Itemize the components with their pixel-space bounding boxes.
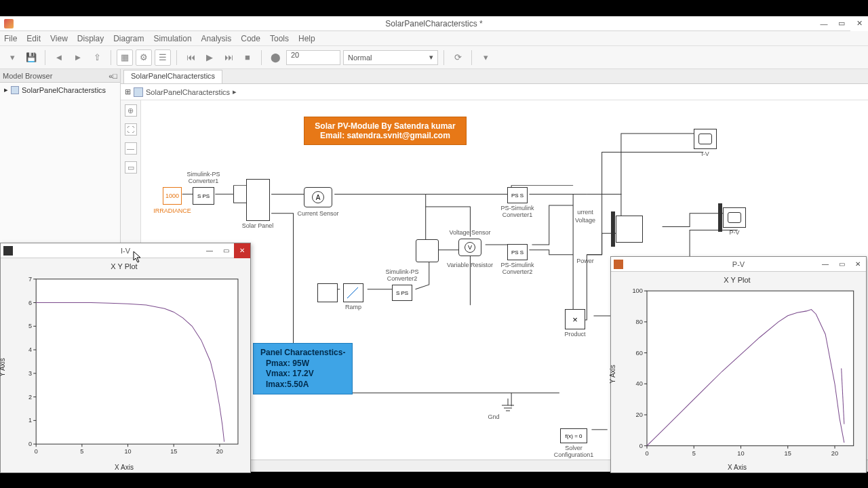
svg-text:40: 40	[636, 380, 643, 387]
voltage-sensor-block[interactable]: V	[458, 239, 481, 256]
svg-text:20: 20	[216, 448, 223, 455]
matlab-icon	[614, 260, 623, 269]
mux-block-1[interactable]	[611, 211, 615, 247]
svg-text:15: 15	[170, 448, 177, 455]
svg-text:20: 20	[831, 450, 838, 457]
menu-code[interactable]: Code	[241, 34, 260, 43]
svg-text:7: 7	[28, 276, 32, 283]
fast-restart-button[interactable]: ⟳	[450, 49, 466, 66]
svg-rect-9	[36, 279, 238, 444]
menu-help[interactable]: Help	[298, 34, 315, 43]
nav-back-button[interactable]: ◄	[51, 49, 67, 66]
save-button[interactable]: 💾	[23, 49, 39, 66]
model-config-button[interactable]: ⚙	[136, 49, 152, 66]
titlebar[interactable]: SolarPanelCharacterstics * — ▭ ✕	[0, 16, 868, 31]
iv-plot-svg: 0510152001234567	[13, 272, 245, 462]
svg-text:5: 5	[28, 323, 32, 329]
menu-diagram[interactable]: Diagram	[113, 34, 144, 43]
library-browser-button[interactable]: ▦	[117, 49, 133, 66]
panel-characteristics-annotation: Panel Charactenstics- Pmax: 95W Vmax: 17…	[253, 343, 353, 394]
solar-panel-block[interactable]	[246, 179, 270, 221]
subsystem-block[interactable]	[317, 283, 338, 302]
window-close-button[interactable]: ✕	[850, 16, 868, 31]
pv-plot-window[interactable]: P-V — ▭ ✕ X Y Plot Y Axis 05101520020406…	[610, 256, 867, 473]
simulation-mode-select[interactable]: Normal▾	[343, 50, 438, 65]
pss-converter2-block[interactable]: PS S	[507, 244, 528, 260]
pv-scope-block[interactable]	[723, 207, 746, 228]
ramp-block[interactable]	[343, 283, 363, 302]
breadcrumb-toggle-icon[interactable]: ⊞	[125, 87, 131, 96]
menu-file[interactable]: File	[4, 34, 17, 43]
stop-button[interactable]: ■	[239, 49, 256, 66]
pv-plot-close-button[interactable]: ✕	[850, 257, 866, 272]
iv-scope-block[interactable]	[694, 129, 717, 149]
breadcrumb-path[interactable]: SolarPanelCharacterstics	[146, 88, 230, 96]
current-sensor-block[interactable]: A	[304, 187, 332, 207]
step-back-button[interactable]: ⏮	[182, 49, 199, 66]
app-icon	[4, 19, 14, 28]
svg-text:0: 0	[639, 443, 643, 449]
model-browser-collapse-icon[interactable]: «□	[108, 72, 117, 80]
nav-fwd-button[interactable]: ►	[70, 49, 86, 66]
svg-text:10: 10	[124, 448, 131, 455]
panel-char-header: Panel Charactenstics-	[260, 348, 345, 359]
variable-resistor-label: Variable Resistor	[447, 262, 493, 268]
nav-up-button[interactable]: ⇧	[89, 49, 105, 66]
svg-text:0: 0	[28, 441, 32, 447]
iv-plot-close-button[interactable]: ✕	[234, 243, 250, 258]
sps-converter1-block[interactable]: S PS	[193, 187, 214, 205]
mux-block-2[interactable]	[718, 203, 722, 232]
voltage-sensor-label: Voltage Sensor	[449, 229, 490, 236]
record-button[interactable]: ⬤	[267, 49, 283, 66]
matlab-icon	[3, 246, 13, 256]
pss-converter1-label: PS-Simulink Converter1	[500, 205, 534, 218]
pv-plot-minimize-button[interactable]: —	[817, 257, 833, 272]
menu-tools[interactable]: Tools	[270, 34, 289, 43]
menu-edit[interactable]: Edit	[26, 34, 41, 43]
svg-text:0: 0	[35, 448, 38, 455]
pv-plot-ylabel: Y Axis	[609, 365, 616, 384]
step-fwd-button[interactable]: ⏭	[220, 49, 237, 66]
iv-plot-titlebar[interactable]: I-V — ▭ ✕	[1, 243, 250, 258]
iv-plot-minimize-button[interactable]: —	[201, 243, 218, 258]
run-button[interactable]: ▶	[201, 49, 218, 66]
iv-plot-maximize-button[interactable]: ▭	[218, 243, 234, 258]
svg-text:10: 10	[737, 450, 744, 457]
display-block[interactable]	[616, 216, 643, 243]
palette-zoom-button[interactable]: —	[125, 142, 137, 155]
pv-plot-titlebar[interactable]: P-V — ▭ ✕	[611, 257, 866, 272]
pss-converter1-block[interactable]: PS S	[507, 187, 528, 203]
toolbar: ▾ 💾 ◄ ► ⇧ ▦ ⚙ ☰ ⏮ ▶ ⏭ ■ ⬤ 20 Normal▾ ⟳ ▾	[0, 46, 868, 69]
breadcrumb-model-icon	[134, 87, 143, 97]
menu-simulation[interactable]: Simulation	[154, 34, 192, 43]
irradiance-constant-block[interactable]: 1000	[163, 187, 182, 205]
palette-fit-button[interactable]: ⛶	[125, 123, 137, 136]
new-model-button[interactable]: ▾	[4, 49, 20, 66]
build-button[interactable]: ▾	[477, 49, 494, 66]
ground-block[interactable]	[500, 399, 515, 418]
menu-display[interactable]: Display	[77, 34, 104, 43]
model-explorer-button[interactable]: ☰	[155, 49, 171, 66]
window-maximize-button[interactable]: ▭	[833, 16, 850, 31]
palette-annotation-button[interactable]: ▭	[125, 161, 137, 174]
menu-view[interactable]: View	[50, 34, 68, 43]
svg-text:1: 1	[28, 417, 32, 424]
sps-converter2-block[interactable]: S PS	[392, 285, 412, 301]
iv-plot-xlabel: X Axis	[3, 464, 245, 471]
variable-resistor-block[interactable]	[416, 239, 439, 262]
window-minimize-button[interactable]: —	[815, 16, 833, 31]
model-browser-root-node[interactable]: ▸ SolarPanelCharacterstics	[4, 85, 116, 94]
pv-plot-maximize-button[interactable]: ▭	[833, 257, 850, 272]
editor-tab-active[interactable]: SolarPanelCharacterstics	[123, 70, 222, 83]
product-block[interactable]: ×	[565, 309, 585, 329]
stop-time-input[interactable]: 20	[286, 50, 340, 65]
pv-plot-title: X Y Plot	[614, 276, 861, 284]
palette-hide-button[interactable]: ⊕	[125, 104, 137, 117]
menu-analysis[interactable]: Analysis	[201, 34, 232, 43]
chevron-right-icon: ▸	[233, 87, 237, 96]
iv-plot-window[interactable]: I-V — ▭ ✕ X Y Plot Y Axis 05101520012345…	[0, 243, 251, 473]
svg-text:2: 2	[28, 394, 32, 401]
solver-config-block[interactable]: f(x) = 0	[560, 428, 587, 443]
simulation-mode-label: Normal	[348, 54, 372, 62]
svg-text:80: 80	[636, 319, 643, 325]
